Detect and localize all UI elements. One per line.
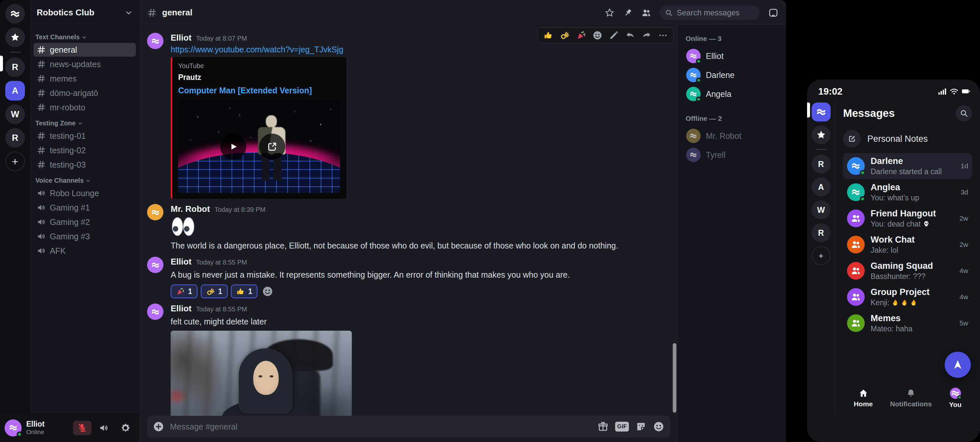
channel-item-gaming-2[interactable]: Gaming #2 [33,215,136,229]
add-reaction-icon[interactable] [262,286,273,297]
message-author[interactable]: Elliot [171,257,192,267]
conversation-gaming-squad[interactable]: Gaming SquadBasshunter: ???4w [843,258,972,284]
pin-icon[interactable] [623,8,633,17]
mute-microphone-button[interactable] [73,421,91,435]
nav-tab-you[interactable]: You [949,388,961,409]
search-input[interactable] [676,8,751,17]
user-avatar[interactable] [686,87,701,101]
server-icon-r-3[interactable]: R [811,223,830,242]
phone-messages-app: 19:02 RAWR+ Messages Personal Notes Darl… [807,79,980,442]
user-avatar[interactable] [686,49,701,63]
user-avatar[interactable] [847,183,865,201]
play-button[interactable] [220,134,246,160]
user-avatar[interactable] [686,129,701,143]
channel-item-testing-01[interactable]: testing-01 [33,129,136,143]
channel-item-gaming-3[interactable]: Gaming #3 [33,229,136,243]
chat-scrollbar[interactable] [673,343,676,413]
member-row-elliot[interactable]: Elliot [684,46,780,65]
conversation-anglea[interactable]: AngleaYou: what’s up3d [843,179,972,205]
reaction-pill[interactable]: 1 [171,285,197,298]
inbox-icon[interactable] [768,8,778,17]
phone-search-button[interactable] [956,105,972,121]
message-author[interactable]: Elliot [171,33,192,43]
forward-icon[interactable] [642,30,651,40]
favorites-rail-button[interactable] [811,126,830,145]
settings-button[interactable] [116,421,135,435]
add-server-button[interactable]: + [811,246,830,265]
conversation-work-chat[interactable]: Work ChatJake: lol2w [843,232,972,258]
channel-item-robo-lounge[interactable]: Robo Lounge [33,186,136,200]
ok-hand-icon[interactable] [560,30,570,40]
conversation-darlene[interactable]: DarleneDarlene started a call1d [843,153,972,179]
emoji-picker-icon[interactable] [653,421,664,432]
reply-icon[interactable] [625,30,635,40]
user-avatar[interactable] [147,257,164,273]
channel-group-label[interactable]: Voice Channels [35,177,134,184]
add-server-button[interactable]: + [5,152,25,171]
conversation-friend-hangout[interactable]: Friend HangoutYou: dead chat2w [843,205,972,232]
thumbs-up-icon[interactable] [543,30,553,40]
reaction-pill[interactable]: 1 [201,285,228,298]
message-author[interactable]: Elliot [171,304,192,314]
chevron-down-icon[interactable] [125,9,133,17]
server-icon-robotics-club[interactable] [811,102,830,121]
nav-tab-home[interactable]: Home [854,388,873,408]
channel-item-testing-03[interactable]: testing-03 [33,158,136,172]
user-avatar[interactable] [686,68,701,82]
server-icon-a-1[interactable]: A [811,178,830,196]
channel-item-gaming-1[interactable]: Gaming #1 [33,201,136,215]
user-avatar[interactable] [147,304,164,320]
channel-group-label[interactable]: Text Channels [35,33,134,41]
channel-item-mr-roboto[interactable]: mr-roboto [33,100,136,114]
user-avatar[interactable] [147,204,164,220]
member-row-mr-robot[interactable]: Mr. Robot [684,126,780,145]
open-external-button[interactable] [259,134,285,160]
ellipsis-icon[interactable] [658,30,668,40]
server-icon-a-1[interactable]: A [5,81,25,100]
reaction-pill[interactable]: 1 [231,285,258,298]
server-icon-r-0[interactable]: R [5,57,25,77]
channel-group-label[interactable]: Testing Zone [35,119,134,127]
attach-plus-icon[interactable] [153,421,164,432]
member-row-darlene[interactable]: Darlene [684,65,780,84]
user-avatar[interactable] [847,157,865,175]
message-link[interactable]: https://www.youtube.com/watch?v=jeg_TJvk… [171,45,343,54]
embed-title[interactable]: Computer Man [Extended Version] [178,86,340,95]
personal-notes-item[interactable]: Personal Notes [843,130,972,148]
channel-item-d-mo-arigat-[interactable]: dōmo-arigatō [33,86,136,100]
user-avatar[interactable] [686,148,701,162]
pencil-icon[interactable] [609,30,619,40]
members-icon[interactable] [641,8,651,17]
member-row-tyrell[interactable]: Tyrell [684,145,780,164]
message-input[interactable]: Message #general [170,422,592,431]
server-icon-robotics-club[interactable] [5,4,25,24]
server-icon-r-3[interactable]: R [5,128,25,148]
channel-item-general[interactable]: general [33,43,136,57]
message-author[interactable]: Mr. Robot [171,204,210,214]
conversation-group-project[interactable]: Group ProjectKenji:4w [843,284,972,310]
user-avatar[interactable] [147,33,164,49]
star-outline-icon[interactable] [605,8,614,17]
deafen-button[interactable] [95,421,113,435]
server-header[interactable]: Robotics Club [30,0,139,25]
nav-tab-notifications[interactable]: Notifications [890,388,932,408]
member-row-angela[interactable]: Angela [684,84,780,103]
gif-picker-button[interactable]: GIF [615,422,629,431]
party-popper-icon[interactable] [576,30,586,40]
conversation-memes[interactable]: MemesMateo: haha5w [843,310,972,336]
channel-item-testing-02[interactable]: testing-02 [33,143,136,157]
user-avatar[interactable] [5,420,22,436]
smiley-icon[interactable] [592,30,602,40]
message-input-bar[interactable]: Message #general GIF [147,416,670,437]
channel-item-afk[interactable]: AFK [33,244,136,258]
server-icon-w-2[interactable]: W [5,105,25,124]
channel-item-memes[interactable]: memes [33,72,136,86]
new-message-fab[interactable] [945,351,971,378]
gift-icon[interactable] [597,421,609,432]
server-icon-r-0[interactable]: R [811,154,830,173]
server-icon-w-2[interactable]: W [811,200,830,219]
favorites-rail-button[interactable] [5,27,25,47]
channel-item-news-updates[interactable]: news-updates [33,57,136,71]
search-bar[interactable] [660,6,760,20]
sticker-icon[interactable] [635,421,647,432]
